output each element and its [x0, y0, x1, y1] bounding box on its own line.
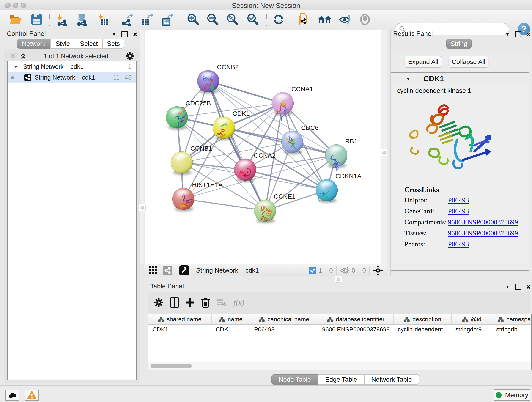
table-cell: stringdb:9...	[451, 324, 492, 334]
tree-expand-icon[interactable]: ▼	[14, 64, 18, 70]
left-splitter[interactable]	[140, 31, 144, 264]
node-label: CDKN1A	[336, 172, 361, 180]
tab-network-table[interactable]: Network Table	[364, 375, 419, 385]
entry-collapse-icon[interactable]: ▼	[406, 76, 411, 82]
panel-float-icon[interactable]	[515, 283, 521, 290]
right-splitter[interactable]	[380, 31, 387, 264]
panel-close-icon[interactable]: ×	[133, 32, 138, 37]
share-network-icon[interactable]	[163, 266, 172, 275]
columns-icon[interactable]	[170, 297, 179, 308]
column-header[interactable]: shared name	[148, 314, 211, 324]
panel-close-icon[interactable]: ×	[526, 284, 531, 289]
node-label: CCNA2	[254, 152, 276, 159]
import-network-file-icon[interactable]	[55, 12, 69, 27]
selected-checkbox[interactable]	[309, 267, 316, 274]
panel-menu-icon[interactable]: ▼	[505, 284, 510, 289]
tab-network[interactable]: Network	[17, 39, 51, 49]
grid-icon[interactable]	[149, 266, 158, 275]
collapse-all-icon[interactable]	[10, 53, 17, 60]
save-session-icon[interactable]	[29, 12, 44, 27]
panel-menu-icon[interactable]: ▼	[112, 32, 116, 37]
zoom-selected-icon[interactable]	[246, 12, 260, 27]
crosslinks-section: CrossLinks Uniprot:P06493GeneCard:P06493…	[404, 186, 518, 251]
open-session-icon[interactable]	[8, 12, 23, 27]
tab-sets[interactable]: Sets	[103, 39, 124, 49]
panel-close-icon[interactable]: ×	[526, 32, 531, 37]
zoom-fit-icon[interactable]	[225, 12, 240, 27]
expand-all-icon[interactable]	[20, 53, 27, 60]
window-title: Session: New Session	[0, 2, 532, 9]
crosslink-row: Tissues:9606.ENSP00000378699	[404, 229, 518, 237]
tab-string[interactable]: String	[446, 39, 472, 49]
collapse-all-button[interactable]: Collapse All	[449, 56, 488, 68]
show-all-icon[interactable]	[358, 12, 372, 27]
network-row-selected[interactable]: String Network – cdk1 11 48	[8, 72, 136, 83]
title-bar: Session: New Session	[0, 0, 532, 10]
right-splitter-handle[interactable]	[380, 149, 387, 156]
network-edge[interactable]	[208, 81, 265, 211]
tab-edge-table[interactable]: Edge Table	[318, 375, 364, 385]
node-table: shared namenamecanonical namedatabase id…	[148, 314, 532, 370]
panel-float-icon[interactable]	[121, 31, 128, 37]
crosslink-link[interactable]: P06493	[448, 207, 469, 215]
zoom-out-icon[interactable]	[206, 12, 220, 27]
copy-network-icon[interactable]	[296, 12, 311, 27]
memory-button[interactable]: Memory	[494, 389, 530, 401]
add-icon[interactable]	[185, 298, 195, 307]
column-header[interactable]: name	[211, 314, 250, 324]
gear-icon[interactable]	[126, 52, 134, 61]
tab-style[interactable]: Style	[51, 39, 75, 49]
tab-node-table[interactable]: Node Table	[272, 375, 318, 385]
results-entry-header[interactable]: ▼ CDK1	[391, 75, 529, 83]
column-header[interactable]: description	[394, 314, 451, 324]
crosslink-link[interactable]: 9606.ENSP00000378699	[448, 218, 518, 226]
tab-select[interactable]: Select	[75, 39, 103, 49]
column-header[interactable]: database identifier	[318, 314, 394, 324]
warning-button[interactable]	[25, 390, 39, 401]
horizontal-splitter-handle[interactable]	[335, 276, 342, 283]
node-label: CCNE1	[274, 193, 296, 200]
crosslink-link[interactable]: P06493	[448, 196, 469, 204]
hide-selected-icon[interactable]	[338, 12, 353, 27]
table-row[interactable]: CDK1CDK1P064939606.ENSP00000378699cyclin…	[148, 324, 532, 334]
hidden-eye-slash-icon[interactable]	[340, 267, 349, 274]
column-header[interactable]: namespace	[492, 314, 532, 324]
export-table-icon[interactable]	[139, 12, 154, 27]
scrollbar-thumb[interactable]	[151, 364, 192, 368]
maximize-icon[interactable]	[179, 265, 189, 275]
network-panel-body: 1 of 1 Network selected ▼ String Network…	[4, 49, 140, 383]
cloud-button[interactable]	[5, 390, 19, 401]
network-edge[interactable]	[208, 81, 283, 103]
zoom-in-icon[interactable]	[186, 12, 201, 27]
export-image-icon[interactable]	[160, 12, 174, 27]
crosslink-row: Compartments:9606.ENSP00000378699	[404, 218, 518, 226]
node-count: 11	[113, 74, 120, 81]
column-header[interactable]: canonical name	[250, 314, 318, 324]
import-table-icon[interactable]	[95, 12, 110, 27]
navigator-crosshair-icon[interactable]	[373, 265, 383, 276]
collection-count: 1	[128, 63, 132, 70]
table-horizontal-scrollbar[interactable]	[148, 362, 531, 370]
gear-icon[interactable]	[154, 298, 164, 307]
crosslink-link[interactable]: P06493	[448, 240, 469, 248]
column-header[interactable]: @id	[451, 314, 492, 324]
crosslink-label: Tissues:	[404, 229, 448, 237]
delete-icon[interactable]	[201, 297, 210, 308]
table-toolbar: f(x)	[148, 292, 530, 313]
left-splitter-handle[interactable]	[139, 204, 146, 211]
network-canvas[interactable]: CCNB2CCNA1CDC25BCDK1CDC6RB1CCNB1CCNA2CDK…	[145, 31, 380, 264]
crosslink-link[interactable]: 9606.ENSP00000378699	[448, 229, 518, 237]
refresh-icon[interactable]	[271, 12, 286, 27]
panel-menu-icon[interactable]: ▼	[505, 32, 510, 37]
import-network-database-icon[interactable]	[75, 12, 89, 27]
houses-icon[interactable]	[317, 12, 332, 27]
panel-float-icon[interactable]	[515, 31, 521, 37]
column-header-label: name	[228, 316, 242, 323]
network-edge[interactable]	[183, 199, 265, 211]
toolbar-separator	[336, 266, 336, 275]
expand-all-button[interactable]: Expand All	[405, 56, 442, 68]
network-view-toolbar: String Network – cdk1 1 – 0 0 – 0	[144, 264, 387, 277]
network-list-header: 1 of 1 Network selected	[6, 51, 138, 61]
network-collection-row[interactable]: ▼ String Network – cdk1 1	[8, 61, 136, 72]
export-network-icon[interactable]	[119, 12, 134, 27]
